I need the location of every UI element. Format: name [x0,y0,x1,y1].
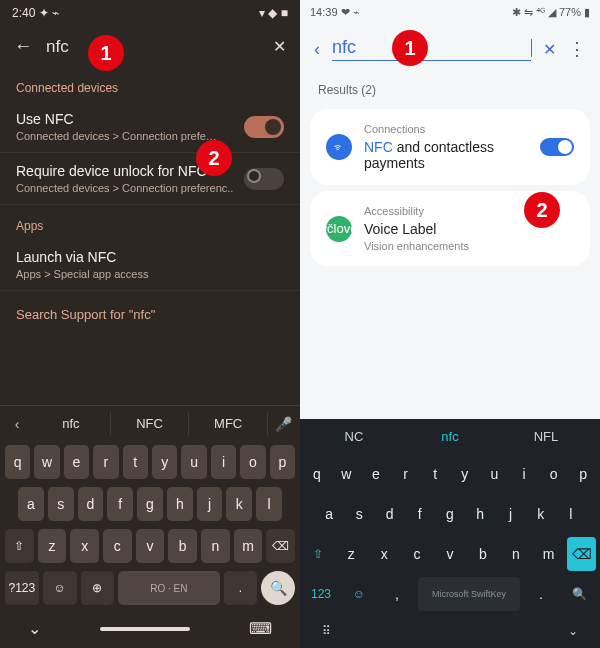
key[interactable]: j [197,487,223,521]
keyboard-switch-icon[interactable]: ⌨ [249,619,272,638]
suggestion[interactable]: nfc [32,412,111,435]
lang-key[interactable]: ⊕ [81,571,115,605]
comma-key[interactable]: , [380,577,414,611]
nav-down-icon[interactable]: ⌄ [568,624,578,638]
space-key[interactable]: Microsoft SwiftKey [418,577,520,611]
key[interactable]: a [316,497,342,531]
key[interactable]: y [152,445,177,479]
key[interactable]: d [78,487,104,521]
key[interactable]: k [528,497,554,531]
row-require-unlock[interactable]: Require device unlock for NFC Connected … [0,153,300,205]
key[interactable]: w [34,445,59,479]
key[interactable]: c [403,537,432,571]
key[interactable]: r [93,445,118,479]
row-launch-via-nfc[interactable]: Launch via NFC Apps > Special app access [0,239,300,291]
shift-key[interactable]: ⇧ [304,537,333,571]
key[interactable]: q [304,457,330,491]
mic-icon[interactable]: 🎤 [268,416,298,432]
clear-icon[interactable]: ✕ [273,37,286,56]
result-title: NFC and contactless payments [364,139,528,171]
result-connections[interactable]: ᯤ Connections NFC and contactless paymen… [310,109,590,185]
key[interactable]: o [240,445,265,479]
key[interactable]: y [452,457,478,491]
emoji-key[interactable]: ☺ [342,577,376,611]
period-key[interactable]: . [524,577,558,611]
key[interactable]: n [201,529,230,563]
callout-1-right: 1 [392,30,428,66]
key[interactable]: q [5,445,30,479]
numbers-key[interactable]: 123 [304,577,338,611]
key[interactable]: e [363,457,389,491]
key[interactable]: v [436,537,465,571]
row-use-nfc[interactable]: Use NFC Connected devices > Connection p… [0,101,300,153]
key[interactable]: t [422,457,448,491]
key[interactable]: f [107,487,133,521]
space-key[interactable]: RO · EN [118,571,219,605]
key[interactable]: s [48,487,74,521]
key[interactable]: x [370,537,399,571]
key[interactable]: p [570,457,596,491]
key[interactable]: r [393,457,419,491]
search-key[interactable]: 🔍 [562,577,596,611]
key[interactable]: c [103,529,132,563]
shift-key[interactable]: ⇧ [5,529,34,563]
pixel-phone: 2:40 ✦ ⌁ ▾ ◆ ■ ← nfc ✕ Connected devices… [0,0,300,648]
key[interactable]: t [123,445,148,479]
back-icon[interactable]: ‹ [314,39,320,60]
key[interactable]: f [407,497,433,531]
nav-down-icon[interactable]: ⌄ [28,619,41,638]
emoji-key[interactable]: ☺ [43,571,77,605]
key[interactable]: w [334,457,360,491]
key[interactable]: i [211,445,236,479]
search-input[interactable]: nfc [332,37,531,61]
key[interactable]: b [168,529,197,563]
suggestion[interactable]: NFC [111,412,190,435]
backspace-key[interactable]: ⌫ [266,529,295,563]
key[interactable]: n [501,537,530,571]
key[interactable]: h [167,487,193,521]
key[interactable]: u [482,457,508,491]
grid-icon[interactable]: ⠿ [322,624,331,638]
key[interactable]: l [256,487,282,521]
key[interactable]: m [234,529,263,563]
backspace-key[interactable]: ⌫ [567,537,596,571]
key[interactable]: x [70,529,99,563]
key[interactable]: h [467,497,493,531]
key[interactable]: u [181,445,206,479]
key[interactable]: z [38,529,67,563]
key[interactable]: o [541,457,567,491]
key[interactable]: d [376,497,402,531]
key[interactable]: l [558,497,584,531]
suggestion[interactable]: nfc [402,429,498,444]
search-input[interactable]: nfc [46,37,259,57]
back-icon[interactable]: ← [14,36,32,57]
key[interactable]: i [511,457,537,491]
key[interactable]: k [226,487,252,521]
key[interactable]: v [136,529,165,563]
numbers-key[interactable]: ?123 [5,571,39,605]
suggestion[interactable]: NC [306,429,402,444]
search-support-link[interactable]: Search Support for "nfc" [0,291,300,338]
clear-icon[interactable]: ✕ [543,40,556,59]
more-icon[interactable]: ⋮ [568,38,586,60]
nav-pill[interactable] [100,627,190,631]
arrow-left-icon[interactable]: ‹ [2,416,32,432]
key[interactable]: s [346,497,372,531]
key[interactable]: e [64,445,89,479]
suggestion[interactable]: NFL [498,429,594,444]
key[interactable]: g [437,497,463,531]
key[interactable]: p [270,445,295,479]
toggle-nfc-payments[interactable] [540,138,574,156]
toggle-use-nfc[interactable] [244,116,284,138]
row-title: Launch via NFC [16,249,284,265]
key[interactable]: z [337,537,366,571]
key[interactable]: g [137,487,163,521]
period-key[interactable]: . [224,571,258,605]
toggle-require-unlock[interactable] [244,168,284,190]
key[interactable]: a [18,487,44,521]
suggestion[interactable]: MFC [189,412,268,435]
key[interactable]: j [497,497,523,531]
search-key[interactable]: 🔍 [261,571,295,605]
key[interactable]: b [468,537,497,571]
key[interactable]: m [534,537,563,571]
